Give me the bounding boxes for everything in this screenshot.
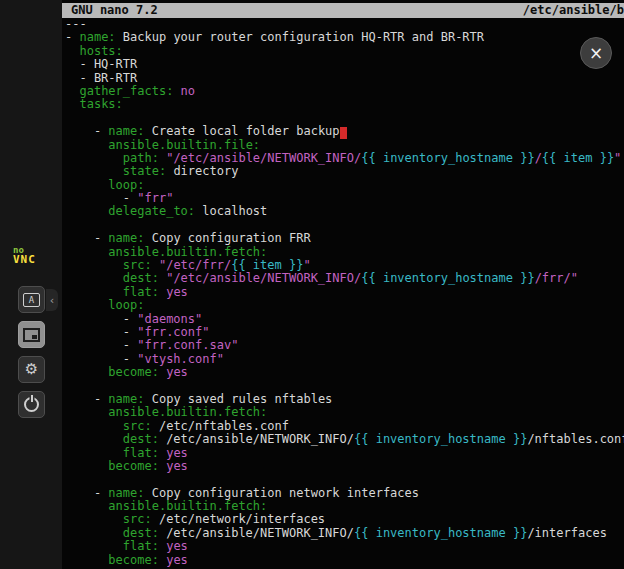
editor-line: src: /etc/nftables.conf	[65, 420, 624, 433]
editor-line: - BR-RTR	[65, 72, 624, 85]
editor-line: dest: /etc/ansible/NETWORK_INFO/{{ inven…	[65, 433, 624, 446]
editor-line: ansible.builtin.fetch:	[65, 406, 624, 419]
editor-line: - name: Backup your router configuration…	[65, 31, 624, 44]
editor-line: flat: yes	[65, 540, 624, 553]
editor-line: flat: yes	[65, 286, 624, 299]
text-cursor	[340, 127, 347, 139]
editor-line: - "frr.conf.sav"	[65, 339, 624, 352]
nano-file-path: /etc/ansible/b	[523, 3, 624, 18]
editor-line: delegate_to: localhost	[65, 205, 624, 218]
editor-line: - name: Copy configuration network inter…	[65, 487, 624, 500]
editor-line: loop:	[65, 299, 624, 312]
editor-line	[65, 219, 624, 232]
terminal-window[interactable]: GNU nano 7.2 /etc/ansible/b ---- name: B…	[62, 0, 624, 569]
editor-line: - name: Copy configuration FRR	[65, 232, 624, 245]
chevron-left-icon: ‹	[50, 294, 54, 307]
nano-titlebar: GNU nano 7.2 /etc/ansible/b	[62, 3, 624, 18]
settings-button[interactable]: ⚙	[18, 356, 45, 383]
editor-line: src: /etc/network/interfaces	[65, 513, 624, 526]
editor-line: - "frr"	[65, 192, 624, 205]
editor-line: - name: Create local folder backup	[65, 125, 624, 138]
editor-line: - "daemons"	[65, 313, 624, 326]
editor-line: gather_facts: no	[65, 85, 624, 98]
nano-version: GNU nano 7.2	[71, 3, 158, 18]
power-button[interactable]	[18, 391, 45, 418]
editor-line: path: "/etc/ansible/NETWORK_INFO/{{ inve…	[65, 152, 624, 165]
editor-line: ansible.builtin.file:	[65, 139, 624, 152]
editor-line: flat: yes	[65, 447, 624, 460]
editor-line	[65, 473, 624, 486]
fullscreen-icon	[23, 328, 40, 342]
extra-keys-icon: A	[23, 293, 40, 307]
extra-keys-button[interactable]: A	[18, 286, 45, 313]
editor-line: dest: /etc/ansible/NETWORK_INFO/{{ inven…	[65, 527, 624, 540]
editor-line: - name: Copy saved rules nftables	[65, 393, 624, 406]
editor-line: - "vtysh.conf"	[65, 353, 624, 366]
fullscreen-button[interactable]	[18, 321, 45, 348]
editor-line: ansible.builtin.fetch:	[65, 246, 624, 259]
novnc-logo-vnc: VNC	[13, 255, 36, 265]
editor-lines[interactable]: ---- name: Backup your router configurat…	[62, 18, 624, 567]
editor-line: hosts:	[65, 45, 624, 58]
editor-line: - HQ-RTR	[65, 58, 624, 71]
close-button[interactable]: ×	[580, 37, 612, 69]
editor-line	[65, 380, 624, 393]
editor-line: src: "/etc/frr/{{ item }}"	[65, 259, 624, 272]
close-icon: ×	[589, 45, 603, 62]
editor-line	[65, 112, 624, 125]
editor-line: state: directory	[65, 165, 624, 178]
editor-line: become: yes	[65, 460, 624, 473]
control-bar-handle[interactable]: ‹	[46, 289, 58, 311]
vnc-sidebar: no VNC A ⚙ ‹	[0, 0, 62, 569]
editor-line: ansible.builtin.fetch:	[65, 500, 624, 513]
editor-line: dest: "/etc/ansible/NETWORK_INFO/{{ inve…	[65, 272, 624, 285]
editor-line: ---	[65, 18, 624, 31]
editor-line: become: yes	[65, 366, 624, 379]
gear-icon: ⚙	[25, 362, 38, 377]
power-icon	[24, 397, 39, 412]
editor-line: become: yes	[65, 554, 624, 567]
editor-line: - "frr.conf"	[65, 326, 624, 339]
editor-line: tasks:	[65, 98, 624, 111]
editor-line: loop:	[65, 179, 624, 192]
novnc-logo: no VNC	[13, 245, 49, 265]
